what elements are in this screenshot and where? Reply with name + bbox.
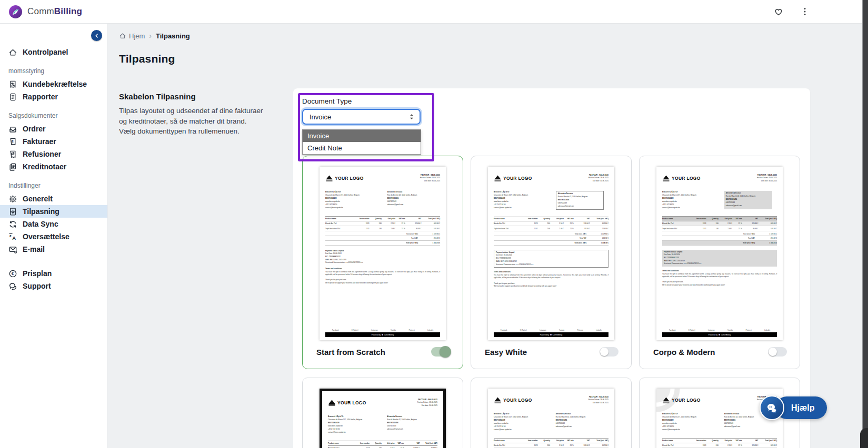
invoice-table-row: Triple Insulation 33cl11321462.46 €21 %9… [325,226,440,231]
sidebar-item-kundebekraeftelse[interactable]: Kundebekræftelse [0,78,107,90]
buyer-block: Alexandra Dessaux Rue du Marché 42, 1040… [556,413,604,431]
sidebar-item-refusioner[interactable]: Refusioner [0,148,107,160]
invoice-table: Product nameItem numberQuantityUnit pric… [662,216,777,245]
sidebar-item-data-sync[interactable]: Data Sync [0,218,107,230]
invoice-table: Product nameItem numberQuantityUnit pric… [662,438,777,448]
template-name: Start from Scratch [316,348,385,357]
section-label-momsstyring: momsstyring [0,67,107,75]
topbar-actions [772,5,860,18]
terms-block: Terms and conditions You have the right … [325,268,440,276]
svg-text:€: € [12,139,14,143]
invoice-table: Product nameItem numberQuantityUnit pric… [325,216,440,245]
invoice-table-header: Product nameItem numberQuantityUnit pric… [662,216,777,221]
template-card-corpo-modern: YOUR LOGO FACTUUR : SALE-0023 Factuur Da… [639,156,800,369]
document-type-select[interactable]: Invoice [302,109,421,125]
sidebar-item-fakturaer[interactable]: € Fakturaer [0,135,107,148]
sidebar-item-kreditnotaer[interactable]: Kreditnotaer [0,160,107,173]
invoice-header: YOUR LOGO FACTUUR : SALE-0023 Factuur Da… [494,174,608,183]
chat-bubbles-icon [8,282,17,291]
template-toggle[interactable] [431,347,450,357]
invoice-preview: YOUR LOGO FACTUUR : SALE-0023 Factuur Da… [656,167,783,340]
sidebar-item-prisplan[interactable]: € Prisplan [0,267,107,280]
brand-logo[interactable]: CommBilling [8,5,82,19]
invoice-logo-text: YOUR LOGO [337,400,366,405]
sidebar-item-rapporter[interactable]: Rapporter [0,90,107,103]
thanks-block: Thank you for your purchase. We're proud… [325,279,440,284]
invoice-preview: YOUR LOGO FACTUUR : SALE-0023 Factuur Da… [320,389,446,448]
invoice-logo: YOUR LOGO [325,174,364,183]
template-toggle[interactable] [768,347,787,357]
customization-panel: Document Type Invoice Invoice Credit Not… [293,88,811,448]
sidebar: Kontrolpanel momsstyring Kundebekræftels… [0,24,108,448]
payment-block: Payment status: Unpaid Due Date: 30-06-2… [494,250,608,268]
sidebar-divider [0,256,107,267]
powered-by-bar: Powered byCommBilling [662,332,777,337]
invoice-meta: FACTUUR : SALE-0023 Factuur Datum: 18-06… [588,395,608,405]
template-card-start-from-scratch: YOUR LOGO FACTUUR : SALE-0023 Factuur Da… [302,156,463,369]
template-grid: YOUR LOGO FACTUUR : SALE-0023 Factuur Da… [302,156,801,448]
breadcrumb-home-link[interactable]: Hjem [119,32,145,40]
commbilling-mini-logo [550,334,552,335]
buyer-block: Alexandra Dessaux Rue du Marché 42, 1040… [387,415,433,434]
triangle-logo-icon [328,400,336,406]
help-button[interactable]: Hjælp [760,395,827,420]
triangle-logo-icon [325,175,333,182]
translate-icon: zA [8,232,17,241]
invoice-logo: YOUR LOGO [662,174,701,183]
option-invoice[interactable]: Invoice [303,130,421,142]
invoice-meta: FACTUUR : SALE-0023 Factuur Datum: 18-06… [588,174,608,183]
invoice-table: Product nameItem numberQuantityUnit pric… [494,217,608,246]
invoice-social-links: FacebookX (Twitter)InstagramYoutubePinte… [494,329,608,331]
sidebar-item-kontrolpanel[interactable]: Kontrolpanel [0,46,107,58]
template-toggle[interactable] [600,347,618,357]
invoice-meta: FACTUUR : SALE-0023 Factuur Datum: 18-06… [417,398,437,408]
help-chat-icon [760,395,784,420]
invoice-addresses: Brasserie L'Épi d'Or Chaussée de Wavre 2… [494,191,608,209]
terms-block: Terms and conditions You have the right … [662,270,777,278]
invoice-table-header: Product nameItem numberQuantityUnit pric… [494,217,608,222]
commbilling-logo-icon [8,5,23,19]
invoice-logo: YOUR LOGO [328,398,366,408]
invoice-table-row: Blonde Bio 75cl11232402.50 €21 %126.84 €… [494,443,608,448]
sidebar-item-tilpasning[interactable]: Tilpasning [0,205,107,218]
section-label-salgsdokumenter: Salgsdokumenter [0,112,107,119]
invoice-table-header: Product nameItem numberQuantityUnit pric… [328,441,437,446]
template-thumbnail: YOUR LOGO FACTUUR : SALE-0023 Factuur Da… [656,167,783,340]
kebab-menu-icon[interactable] [799,5,811,18]
invoice-table-header: Product nameItem numberQuantityUnit pric… [325,216,440,221]
svg-text:z: z [9,233,12,238]
invoice-header: YOUR LOGO FACTUUR : SALE-0023 Factuur Da… [328,398,437,408]
sidebar-item-email[interactable]: E-mail [0,243,107,256]
vertical-scrollbar[interactable] [862,0,868,448]
invoice-logo-text: YOUR LOGO [503,176,532,181]
favorite-heart-icon[interactable] [772,5,785,18]
invoice-table-row: Blonde Bio 75cl11232402.50 €21 %126.84 €… [662,443,777,448]
invoice-logo-text: YOUR LOGO [672,398,701,403]
sidebar-item-generelt[interactable]: Generelt [0,192,107,205]
template-name: Corpo & Modern [653,348,715,357]
seller-block: Brasserie L'Épi d'Or Chaussée de Wavre 2… [662,413,724,431]
invoice-addresses: Brasserie L'Épi d'Or Chaussée de Wavre 2… [494,413,608,431]
intro-body: Tilpas layoutet og udseendet af dine fak… [119,106,272,126]
sidebar-item-oversaettelse[interactable]: zA Oversættelse [0,230,107,243]
sidebar-item-support[interactable]: Support [0,280,107,292]
top-bar: CommBilling [0,0,868,24]
option-credit-note[interactable]: Credit Note [303,142,421,154]
payment-block: Payment status: Unpaid Due Date: 30-06-2… [325,250,440,265]
commbilling-mini-logo [382,334,383,335]
invoice-addresses: Brasserie L'Épi d'Or Chaussée de Wavre 2… [662,191,777,209]
inbox-tray-icon [8,125,17,134]
buyer-block: Alexandra Dessaux Rue du Marché 42, 1040… [387,191,436,209]
seller-block: Brasserie L'Épi d'Or Chaussée de Wavre 2… [494,413,556,431]
invoice-logo: YOUR LOGO [494,174,532,183]
sidebar-item-ordrer[interactable]: Ordrer [0,123,107,135]
invoice-due-date: Due date: 30-06-2025 [588,180,608,183]
invoice-euro-icon: € [8,137,17,146]
seller-block: Brasserie L'Épi d'Or Chaussée de Wavre 2… [325,191,387,209]
invoice-table-row: Blonde Bio 75cl11232402.50 €21 %126.84 €… [494,221,608,226]
template-card-plain: YOUR LOGO FACTUUR : SALE-0023 Factuur Da… [471,378,632,448]
powered-by-bar: Powered byCommBilling [325,332,440,337]
powered-by-bar: Powered byCommBilling [494,332,608,337]
template-card-easy-white: YOUR LOGO FACTUUR : SALE-0023 Factuur Da… [471,156,632,369]
sidebar-collapse-button[interactable] [91,30,102,41]
